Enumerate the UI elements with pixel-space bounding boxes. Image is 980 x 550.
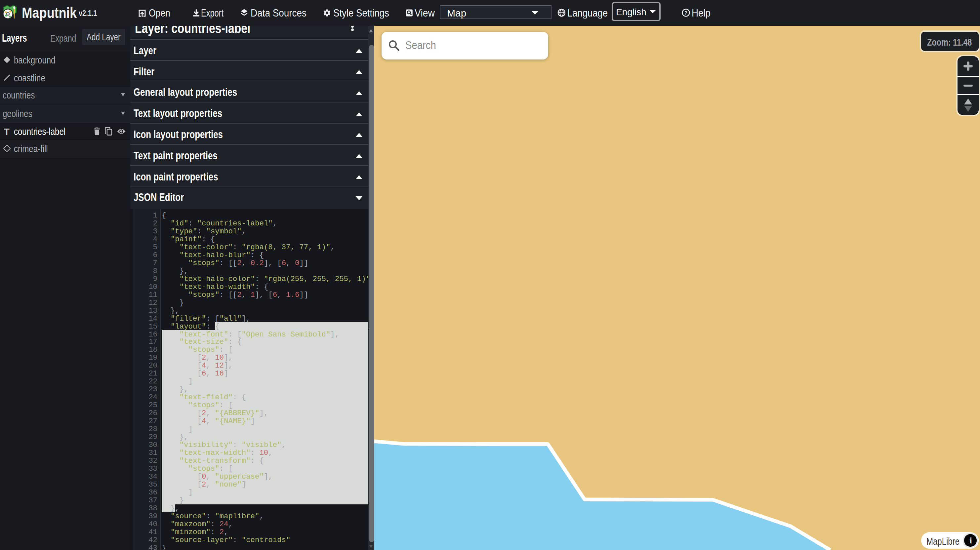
svg-text:?: ? <box>684 10 687 16</box>
